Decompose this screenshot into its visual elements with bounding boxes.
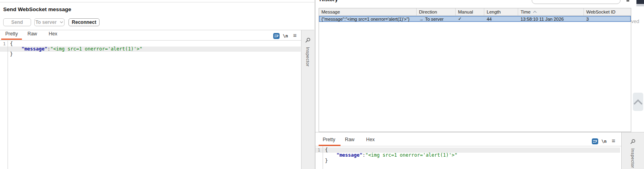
json-close-brace: } [10,51,13,57]
inspector-icon [305,37,311,43]
table-header-row: Message Direction Manual Length Time Web… [319,8,631,16]
cell-direction: → To server [417,16,456,22]
viewer-tab-hex[interactable]: Hex [360,137,381,142]
direction-select[interactable]: To server [34,18,65,26]
column-label: Manual [458,10,473,14]
viewer-tab-raw[interactable]: Raw [339,137,360,142]
expand-panel-button[interactable] [633,93,643,111]
newline-toggle[interactable]: \n [283,33,288,39]
json-key: "message" [22,46,47,52]
tab-hex[interactable]: Hex [43,31,63,37]
sort-ascending-icon [533,11,537,13]
history-search-input[interactable] [532,0,621,4]
pretty-print-icon[interactable] [273,33,280,39]
inspector-tab[interactable]: Inspector [301,30,314,169]
manual-check-icon: ✓ [458,16,462,21]
column-header-websocket-id[interactable]: WebSocket ID [584,8,631,16]
json-indent [325,152,337,158]
dialog-title: Send WebSocket message [3,6,71,12]
active-tab-indicator [1,39,22,40]
viewer-newline-toggle[interactable]: \n [601,139,607,144]
column-header-length[interactable]: Length [484,8,518,16]
json-indent [10,46,22,52]
column-label: Direction [419,10,437,14]
cell-time: 13:58:10 11 Jan 2026 [518,16,584,22]
line-number: 1 [0,41,6,47]
window-corner [636,0,644,4]
chevron-down-icon [60,21,63,23]
viewer-inspector-tab[interactable]: Inspector [621,132,644,169]
column-label: WebSocket ID [586,10,615,14]
tab-raw[interactable]: Raw [22,31,43,37]
column-label: Time [521,10,530,14]
inspector-label: Inspector [630,148,635,168]
column-label: Length [487,10,501,14]
inspector-icon [630,139,636,144]
inspector-label: Inspector [305,47,310,67]
direction-arrow-icon: → [419,17,423,21]
websocket-message-screen: Send WebSocket message Send To server Re… [0,0,644,169]
divider [0,30,314,30]
json-key: "message" [337,152,362,158]
divider [315,146,621,146]
cell-message: {"message":"<img src=1 onerror='alert(1)… [319,16,417,22]
panel-divider[interactable] [315,0,315,169]
send-button[interactable]: Send [3,18,31,26]
column-header-direction[interactable]: Direction [417,8,456,16]
json-line: "message":"<img src=1 onerror='alert(1)'… [10,47,142,52]
cell-websocket-id: 3 [584,16,631,22]
json-line: } [10,52,13,57]
json-value: "<img src=1 onerror='alert(1)'>" [365,152,457,158]
chevron-up-icon [634,99,642,105]
column-header-manual[interactable]: Manual [456,8,484,16]
reconnect-button[interactable]: Reconnect [69,18,100,26]
json-line: } [325,158,328,163]
history-row-selected[interactable]: {"message":"<img src=1 onerror='alert(1)… [319,16,631,22]
gutter-separator [323,146,323,169]
editor-menu-icon[interactable]: ≡ [293,33,297,38]
json-line: "message":"<img src=1 onerror='alert(1)'… [325,153,457,158]
viewer-menu-icon[interactable]: ≡ [612,138,615,144]
column-header-message[interactable]: Message [319,8,417,16]
highlighted-line [315,148,620,153]
history-title: History [319,0,338,2]
json-open-brace: { [325,147,328,153]
cell-manual: ✓ [456,16,484,22]
json-line: { [325,148,328,153]
direction-text: To server [425,17,443,21]
gutter-separator [8,41,8,169]
viewer-tab-pretty[interactable]: Pretty [319,137,339,142]
panel-divider-horizontal[interactable] [315,132,644,132]
json-open-brace: { [10,41,13,47]
json-value: "<img src=1 onerror='alert(1)'>" [50,46,142,52]
tab-pretty[interactable]: Pretty [1,31,22,37]
cell-length: 44 [484,16,518,22]
direction-select-value: To server [35,19,57,25]
json-line: { [10,41,13,47]
window-corner-shade [636,4,644,6]
divider [0,40,301,41]
dialog-top-border [0,2,314,2]
column-header-time[interactable]: Time [518,8,584,16]
filter-icon[interactable] [626,0,629,2]
viewer-pretty-print-icon[interactable] [592,138,598,144]
column-label: Message [321,10,340,14]
json-close-brace: } [325,158,328,163]
line-number: 1 [315,148,320,153]
history-table: Message Direction Manual Length Time Web… [319,8,631,132]
